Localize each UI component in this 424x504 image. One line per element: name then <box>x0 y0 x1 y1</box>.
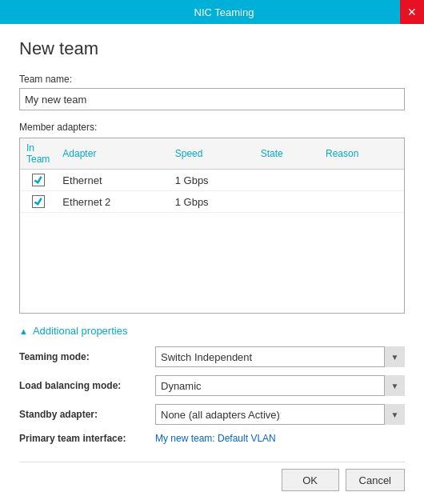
table-header-row: In Team Adapter Speed State Reason <box>20 138 404 170</box>
adapter-table: In Team Adapter Speed State Reason Ether… <box>20 138 404 213</box>
col-adapter[interactable]: Adapter <box>56 138 168 170</box>
additional-properties-label: Additional properties <box>33 325 128 337</box>
checkbox-ethernet[interactable] <box>32 174 45 186</box>
teaming-mode-dropdown-wrapper: Switch Independent LACP Static Teaming ▼ <box>155 346 405 367</box>
adapter-name-2: Ethernet 2 <box>56 191 168 213</box>
additional-properties-section: ▲ Additional properties Teaming mode: Sw… <box>19 325 405 452</box>
dialog-body: New team Team name: Member adapters: In … <box>0 24 424 504</box>
state-2 <box>254 191 319 213</box>
primary-team-interface-label: Primary team interface: <box>19 433 155 444</box>
standby-adapter-row: Standby adapter: None (all adapters Acti… <box>19 404 405 425</box>
toggle-arrow-icon: ▲ <box>19 326 28 336</box>
member-adapters-label: Member adapters: <box>19 122 405 133</box>
primary-team-interface-row: Primary team interface: My new team: Def… <box>19 433 405 444</box>
col-state[interactable]: State <box>254 138 319 170</box>
standby-adapter-label: Standby adapter: <box>19 409 155 420</box>
page-heading: New team <box>19 38 405 59</box>
checkbox-cell-2[interactable] <box>20 191 56 213</box>
teaming-mode-row: Teaming mode: Switch Independent LACP St… <box>19 346 405 367</box>
dialog-title: NIC Teaming <box>30 6 418 18</box>
col-speed[interactable]: Speed <box>169 138 254 170</box>
load-balancing-mode-label: Load balancing mode: <box>19 380 155 391</box>
col-reason[interactable]: Reason <box>319 138 404 170</box>
load-balancing-mode-row: Load balancing mode: Dynamic Hyper-V Por… <box>19 375 405 396</box>
cancel-button[interactable]: Cancel <box>346 469 405 491</box>
team-name-label: Team name: <box>19 74 405 85</box>
reason-2 <box>319 191 404 213</box>
table-row: Ethernet 1 Gbps <box>20 170 404 191</box>
team-name-input[interactable] <box>19 88 405 110</box>
dialog-footer: OK Cancel <box>19 462 405 491</box>
state-1 <box>254 170 319 191</box>
speed-2: 1 Gbps <box>169 191 254 213</box>
title-bar: NIC Teaming ✕ <box>0 0 424 24</box>
table-row: Ethernet 2 1 Gbps <box>20 191 404 213</box>
load-balancing-select[interactable]: Dynamic Hyper-V Port Address Hash <box>155 375 405 396</box>
speed-1: 1 Gbps <box>169 170 254 191</box>
close-button[interactable]: ✕ <box>400 0 424 24</box>
checkbox-ethernet2[interactable] <box>32 195 45 208</box>
teaming-mode-select[interactable]: Switch Independent LACP Static Teaming <box>155 346 405 367</box>
standby-adapter-select[interactable]: None (all adapters Active) Ethernet Ethe… <box>155 404 405 425</box>
load-balancing-dropdown-wrapper: Dynamic Hyper-V Port Address Hash ▼ <box>155 375 405 396</box>
ok-button[interactable]: OK <box>282 469 339 491</box>
primary-team-interface-link[interactable]: My new team: Default VLAN <box>155 433 276 444</box>
teaming-mode-label: Teaming mode: <box>19 351 155 362</box>
standby-adapter-dropdown-wrapper: None (all adapters Active) Ethernet Ethe… <box>155 404 405 425</box>
checkbox-cell-1[interactable] <box>20 170 56 191</box>
col-in-team[interactable]: In Team <box>20 138 56 170</box>
adapter-name-1: Ethernet <box>56 170 168 191</box>
reason-1 <box>319 170 404 191</box>
additional-properties-toggle[interactable]: ▲ Additional properties <box>19 325 405 337</box>
adapter-table-container: In Team Adapter Speed State Reason Ether… <box>19 138 405 314</box>
